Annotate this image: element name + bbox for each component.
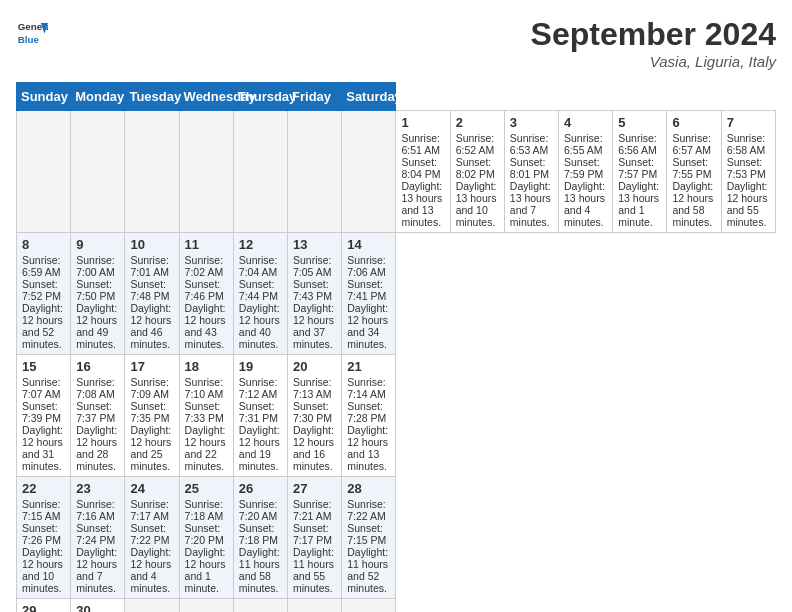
calendar-header-row: SundayMondayTuesdayWednesdayThursdayFrid… [17,83,776,111]
daylight-text: Daylight: 12 hours and 10 minutes. [22,546,63,594]
calendar-cell: 21Sunrise: 7:14 AMSunset: 7:28 PMDayligh… [342,355,396,477]
sunrise-text: Sunrise: 7:22 AM [347,498,386,522]
calendar-cell [179,599,233,613]
calendar-week-3: 15Sunrise: 7:07 AMSunset: 7:39 PMDayligh… [17,355,776,477]
sunset-text: Sunset: 7:50 PM [76,278,115,302]
calendar-cell: 19Sunrise: 7:12 AMSunset: 7:31 PMDayligh… [233,355,287,477]
day-header-saturday: Saturday [342,83,396,111]
sunrise-text: Sunrise: 7:12 AM [239,376,278,400]
day-header-monday: Monday [71,83,125,111]
daylight-text: Daylight: 12 hours and 1 minute. [185,546,226,594]
calendar-cell: 7Sunrise: 6:58 AMSunset: 7:53 PMDaylight… [721,111,775,233]
day-number: 5 [618,115,661,130]
calendar-cell: 10Sunrise: 7:01 AMSunset: 7:48 PMDayligh… [125,233,179,355]
sunset-text: Sunset: 7:41 PM [347,278,386,302]
day-number: 23 [76,481,119,496]
sunrise-text: Sunrise: 6:57 AM [672,132,711,156]
daylight-text: Daylight: 12 hours and 52 minutes. [22,302,63,350]
calendar-cell: 12Sunrise: 7:04 AMSunset: 7:44 PMDayligh… [233,233,287,355]
sunrise-text: Sunrise: 7:18 AM [185,498,224,522]
sunrise-text: Sunrise: 7:09 AM [130,376,169,400]
sunset-text: Sunset: 7:55 PM [672,156,711,180]
sunrise-text: Sunrise: 7:04 AM [239,254,278,278]
daylight-text: Daylight: 12 hours and 55 minutes. [727,180,768,228]
sunset-text: Sunset: 7:59 PM [564,156,603,180]
calendar-cell: 28Sunrise: 7:22 AMSunset: 7:15 PMDayligh… [342,477,396,599]
sunrise-text: Sunrise: 6:52 AM [456,132,495,156]
daylight-text: Daylight: 12 hours and 34 minutes. [347,302,388,350]
daylight-text: Daylight: 13 hours and 1 minute. [618,180,659,228]
calendar-cell: 17Sunrise: 7:09 AMSunset: 7:35 PMDayligh… [125,355,179,477]
calendar-cell: 18Sunrise: 7:10 AMSunset: 7:33 PMDayligh… [179,355,233,477]
day-header-friday: Friday [288,83,342,111]
sunset-text: Sunset: 7:28 PM [347,400,386,424]
daylight-text: Daylight: 12 hours and 22 minutes. [185,424,226,472]
day-number: 13 [293,237,336,252]
day-number: 16 [76,359,119,374]
sunrise-text: Sunrise: 6:56 AM [618,132,657,156]
calendar-week-2: 8Sunrise: 6:59 AMSunset: 7:52 PMDaylight… [17,233,776,355]
sunrise-text: Sunrise: 7:01 AM [130,254,169,278]
sunrise-text: Sunrise: 7:07 AM [22,376,61,400]
calendar-cell: 1Sunrise: 6:51 AMSunset: 8:04 PMDaylight… [396,111,450,233]
day-number: 21 [347,359,390,374]
sunrise-text: Sunrise: 7:21 AM [293,498,332,522]
calendar-cell: 26Sunrise: 7:20 AMSunset: 7:18 PMDayligh… [233,477,287,599]
sunset-text: Sunset: 7:26 PM [22,522,61,546]
day-number: 7 [727,115,770,130]
day-number: 24 [130,481,173,496]
calendar-cell: 23Sunrise: 7:16 AMSunset: 7:24 PMDayligh… [71,477,125,599]
calendar-cell [125,599,179,613]
day-number: 12 [239,237,282,252]
daylight-text: Daylight: 12 hours and 16 minutes. [293,424,334,472]
sunset-text: Sunset: 7:39 PM [22,400,61,424]
calendar-cell: 15Sunrise: 7:07 AMSunset: 7:39 PMDayligh… [17,355,71,477]
calendar-week-1: 1Sunrise: 6:51 AMSunset: 8:04 PMDaylight… [17,111,776,233]
calendar-body: 1Sunrise: 6:51 AMSunset: 8:04 PMDaylight… [17,111,776,613]
daylight-text: Daylight: 12 hours and 25 minutes. [130,424,171,472]
daylight-text: Daylight: 12 hours and 40 minutes. [239,302,280,350]
day-number: 27 [293,481,336,496]
sunset-text: Sunset: 7:20 PM [185,522,224,546]
daylight-text: Daylight: 13 hours and 13 minutes. [401,180,442,228]
sunset-text: Sunset: 7:46 PM [185,278,224,302]
sunrise-text: Sunrise: 6:51 AM [401,132,440,156]
calendar-cell [288,111,342,233]
daylight-text: Daylight: 12 hours and 19 minutes. [239,424,280,472]
calendar-cell [342,111,396,233]
logo-icon: General Blue [16,16,48,48]
daylight-text: Daylight: 12 hours and 37 minutes. [293,302,334,350]
sunset-text: Sunset: 7:33 PM [185,400,224,424]
daylight-text: Daylight: 12 hours and 43 minutes. [185,302,226,350]
sunrise-text: Sunrise: 7:00 AM [76,254,115,278]
day-number: 4 [564,115,607,130]
sunrise-text: Sunrise: 6:55 AM [564,132,603,156]
day-number: 28 [347,481,390,496]
day-header-tuesday: Tuesday [125,83,179,111]
day-number: 11 [185,237,228,252]
sunset-text: Sunset: 8:02 PM [456,156,495,180]
title-block: September 2024 Vasia, Liguria, Italy [531,16,776,70]
calendar-cell: 14Sunrise: 7:06 AMSunset: 7:41 PMDayligh… [342,233,396,355]
daylight-text: Daylight: 11 hours and 58 minutes. [239,546,280,594]
calendar-cell [288,599,342,613]
sunset-text: Sunset: 7:22 PM [130,522,169,546]
day-number: 17 [130,359,173,374]
sunset-text: Sunset: 7:48 PM [130,278,169,302]
sunrise-text: Sunrise: 6:53 AM [510,132,549,156]
daylight-text: Daylight: 12 hours and 46 minutes. [130,302,171,350]
calendar-cell [233,599,287,613]
calendar-cell [17,111,71,233]
sunset-text: Sunset: 7:44 PM [239,278,278,302]
daylight-text: Daylight: 12 hours and 7 minutes. [76,546,117,594]
sunrise-text: Sunrise: 7:06 AM [347,254,386,278]
day-number: 19 [239,359,282,374]
daylight-text: Daylight: 11 hours and 55 minutes. [293,546,334,594]
sunset-text: Sunset: 7:37 PM [76,400,115,424]
calendar-cell: 11Sunrise: 7:02 AMSunset: 7:46 PMDayligh… [179,233,233,355]
sunset-text: Sunset: 7:15 PM [347,522,386,546]
sunrise-text: Sunrise: 7:08 AM [76,376,115,400]
day-number: 25 [185,481,228,496]
sunrise-text: Sunrise: 7:20 AM [239,498,278,522]
sunrise-text: Sunrise: 7:10 AM [185,376,224,400]
